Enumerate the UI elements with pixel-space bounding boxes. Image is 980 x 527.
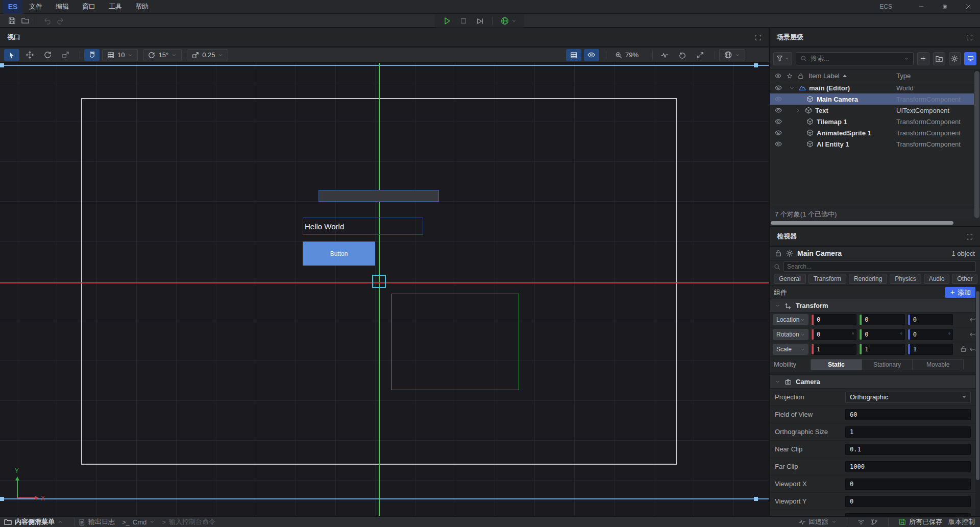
camera-gizmo[interactable]	[372, 275, 386, 288]
lock-icon[interactable]	[960, 346, 967, 352]
eye-icon[interactable]	[775, 107, 783, 114]
output-log-button[interactable]: 输出日志	[79, 517, 115, 526]
tab-physics[interactable]: Physics	[890, 274, 921, 284]
location-x-field[interactable]	[811, 314, 856, 325]
button-object[interactable]: Button	[303, 242, 375, 266]
rotation-dropdown[interactable]: Rotation	[773, 329, 808, 340]
column-type[interactable]: Type	[896, 72, 980, 80]
eye-icon[interactable]	[775, 129, 783, 136]
hierarchy-row-tilemap[interactable]: Tilemap 1 TransformComponent	[770, 116, 980, 127]
save-status[interactable]: 所有已保存	[899, 517, 942, 526]
eye-icon[interactable]	[775, 84, 783, 91]
tab-audio[interactable]: Audio	[924, 274, 950, 284]
orthographic-size-field[interactable]	[845, 426, 971, 438]
hierarchy-settings-button[interactable]	[949, 52, 961, 65]
fullscreen-button[interactable]	[966, 233, 973, 240]
hierarchy-row-animatedsprite[interactable]: AnimatedSprite 1 TransformComponent	[770, 127, 980, 138]
selection-handle[interactable]	[0, 497, 4, 501]
filter-dropdown[interactable]	[773, 52, 792, 65]
tab-general[interactable]: General	[774, 274, 806, 284]
scale-dropdown[interactable]: Scale	[773, 344, 808, 355]
fullscreen-button[interactable]	[755, 34, 762, 41]
vertical-scrollbar-thumb[interactable]	[974, 71, 979, 218]
near-clip-field[interactable]	[845, 444, 971, 455]
console-input[interactable]: > 输入控制台命令	[162, 517, 215, 526]
menu-help[interactable]: 帮助	[129, 0, 155, 14]
maximize-button[interactable]	[933, 0, 957, 14]
minimize-button[interactable]	[910, 0, 933, 14]
location-dropdown[interactable]: Location	[773, 314, 808, 325]
gear-icon[interactable]	[786, 250, 793, 257]
tab-transform[interactable]: Transform	[808, 274, 846, 284]
play-button[interactable]	[439, 15, 455, 27]
stop-button[interactable]	[455, 15, 472, 27]
chevron-down-icon[interactable]	[789, 85, 795, 91]
cmd-selector[interactable]: >_ Cmd	[122, 518, 155, 526]
eye-icon[interactable]	[775, 95, 783, 103]
view-toggle-button[interactable]	[964, 52, 976, 65]
scale-z-field[interactable]	[908, 344, 953, 355]
tab-rendering[interactable]: Rendering	[849, 274, 887, 284]
menu-file[interactable]: 文件	[22, 0, 49, 14]
rotation-x-field[interactable]: °	[811, 329, 856, 340]
zoom-control[interactable]: 79%	[610, 49, 643, 61]
version-control-button[interactable]: 版本控制	[948, 517, 975, 526]
selection-handle[interactable]	[754, 63, 758, 67]
scale-x-field[interactable]	[811, 344, 856, 355]
rotation-snap-dropdown[interactable]: 15°	[143, 49, 182, 61]
tab-other[interactable]: Other	[952, 274, 977, 284]
menu-edit[interactable]: 编辑	[49, 0, 76, 14]
stats-button[interactable]	[657, 49, 672, 61]
redo-button[interactable]	[54, 14, 67, 27]
trace-button[interactable]: 回追踪	[799, 517, 837, 526]
lock-icon[interactable]	[775, 250, 782, 257]
scale-snap-dropdown[interactable]: 0.25	[187, 49, 228, 61]
mobility-stationary[interactable]: Stationary	[862, 360, 913, 370]
eye-icon[interactable]	[775, 140, 783, 148]
transform-section-header[interactable]: Transform	[770, 299, 980, 313]
add-entity-button[interactable]	[917, 52, 929, 65]
hierarchy-row-ai-entity[interactable]: AI Entity 1 TransformComponent	[770, 138, 980, 150]
network-status[interactable]	[857, 518, 865, 525]
inspector-search-input[interactable]	[787, 263, 972, 270]
selection-handle[interactable]	[754, 497, 758, 501]
selection-handle[interactable]	[0, 63, 4, 67]
menu-tools[interactable]: 工具	[102, 0, 129, 14]
visibility-toggle-button[interactable]	[584, 49, 599, 61]
scale-y-field[interactable]	[859, 344, 904, 355]
location-y-field[interactable]	[859, 314, 904, 325]
hierarchy-search-input[interactable]	[811, 55, 900, 62]
hierarchy-row-world[interactable]: main (Editor) World	[770, 82, 980, 93]
fullscreen-button[interactable]	[966, 34, 973, 41]
step-button[interactable]	[472, 15, 488, 27]
rotation-y-field[interactable]: °	[859, 329, 904, 340]
chevron-right-icon[interactable]	[795, 108, 801, 113]
open-button[interactable]	[18, 14, 32, 27]
content-drawer-button[interactable]: 内容侧滑菜单	[4, 517, 63, 526]
scene-canvas[interactable]: Hello World Button Y X	[0, 63, 769, 516]
add-component-button[interactable]: 添加	[945, 287, 976, 298]
column-item-label[interactable]: Item Label	[808, 72, 896, 80]
view-mode-dropdown[interactable]	[719, 49, 745, 61]
far-clip-field[interactable]	[845, 461, 971, 472]
mobility-static[interactable]: Static	[811, 360, 862, 370]
rotation-z-field[interactable]: °	[908, 329, 953, 340]
viewport-x-field[interactable]	[845, 478, 971, 490]
hierarchy-search[interactable]	[796, 52, 914, 65]
horizontal-scrollbar[interactable]	[771, 221, 953, 225]
hierarchy-row-text[interactable]: Text UITextComponent	[770, 105, 980, 116]
grid-snap-dropdown[interactable]: 10	[102, 49, 138, 61]
location-z-field[interactable]	[908, 314, 953, 325]
viewport-y-field[interactable]	[845, 496, 971, 507]
move-tool-button[interactable]	[22, 49, 37, 61]
sprite-object[interactable]	[318, 190, 439, 202]
mobility-movable[interactable]: Movable	[913, 360, 963, 370]
camera-section-header[interactable]: Camera	[770, 375, 980, 389]
snap-toggle-button[interactable]	[84, 49, 100, 61]
select-tool-button[interactable]	[4, 49, 19, 61]
launch-target-dropdown[interactable]	[497, 15, 520, 27]
branch-status[interactable]	[871, 518, 878, 525]
eye-icon[interactable]	[775, 118, 783, 125]
new-folder-button[interactable]	[933, 52, 945, 65]
menu-window[interactable]: 窗口	[76, 0, 102, 14]
